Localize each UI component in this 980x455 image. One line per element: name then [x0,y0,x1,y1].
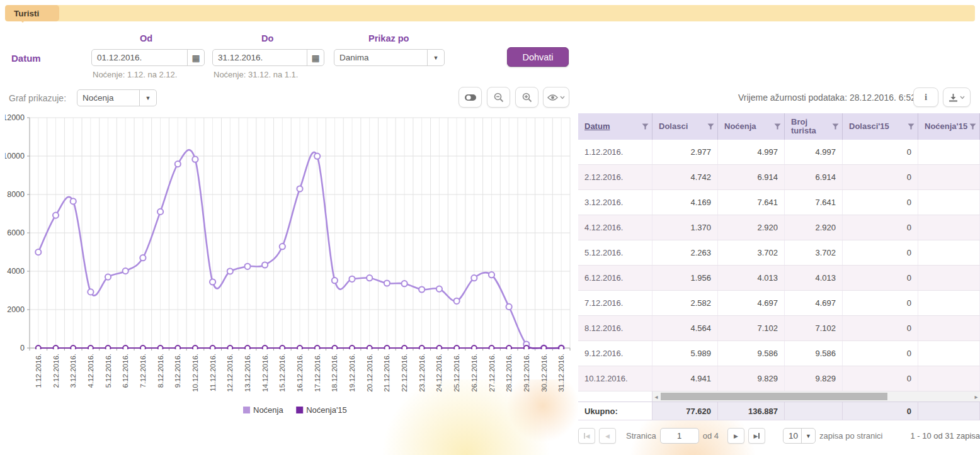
filter-icon[interactable] [707,123,714,130]
last-page-button[interactable]: ▶ [748,428,765,444]
data-point[interactable] [36,345,41,351]
data-point[interactable] [332,278,338,283]
tab-turisti[interactable]: Turisti [5,5,59,21]
data-point[interactable] [542,345,547,351]
data-point[interactable] [559,345,564,351]
series-visibility-button[interactable] [543,87,569,108]
data-point[interactable] [454,298,460,304]
table-row[interactable]: 5.12.2016.2.2633.7023.7020 [578,240,980,266]
dohvati-button[interactable]: Dohvati [507,47,569,67]
data-point[interactable] [263,345,268,351]
page-size-select[interactable]: 10 ▼ [783,428,816,444]
data-point[interactable] [524,345,529,351]
data-point[interactable] [350,345,355,351]
data-point[interactable] [384,345,389,351]
data-point[interactable] [454,345,459,351]
legend-item[interactable]: Noćenja [243,405,283,415]
data-point[interactable] [54,345,59,351]
scrollbar-track[interactable]: ◂ ▸ [652,391,980,402]
data-point[interactable] [175,161,181,167]
data-point[interactable] [280,345,285,351]
data-point[interactable] [157,209,163,215]
data-point[interactable] [192,157,198,162]
data-point[interactable] [262,262,268,267]
export-button[interactable] [943,87,971,107]
table-row[interactable]: 2.12.2016.4.7426.9146.9140 [578,165,980,190]
next-page-button[interactable]: ▶ [727,428,744,444]
data-point[interactable] [419,286,424,292]
data-point[interactable] [384,280,390,286]
data-point[interactable] [472,345,477,351]
data-point[interactable] [506,304,512,310]
data-point[interactable] [105,274,111,280]
data-point[interactable] [71,198,76,204]
data-point[interactable] [402,281,407,286]
scroll-left-icon[interactable]: ◂ [652,391,660,402]
table-row[interactable]: 10.12.2016.4.9419.8299.8290 [578,366,980,391]
first-page-button[interactable]: ◀ [578,428,595,444]
column-header-1[interactable]: Dolasci [652,113,718,140]
data-point[interactable] [314,154,320,159]
data-point[interactable] [419,345,424,351]
table-row[interactable]: 9.12.2016.5.9899.5869.5860 [578,341,980,366]
column-header-2[interactable]: Noćenja [718,113,785,140]
data-point[interactable] [88,345,93,351]
data-point[interactable] [489,345,494,351]
filter-icon[interactable] [969,123,976,130]
calendar-icon[interactable]: ▦ [187,50,204,65]
data-point[interactable] [436,345,442,351]
column-header-4[interactable]: Dolasci'15 [843,113,918,140]
data-point[interactable] [123,345,128,351]
date-to-input[interactable] [213,53,307,62]
graf-prikazuje-select[interactable]: Noćenja ▼ [77,89,157,106]
data-point[interactable] [297,345,302,351]
filter-icon[interactable] [774,123,781,130]
column-header-0[interactable]: Datum [578,113,652,140]
data-point[interactable] [367,275,372,281]
data-point[interactable] [436,286,442,292]
chart-toggle-button[interactable] [459,87,482,108]
table-row[interactable]: 3.12.2016.4.1697.6417.6410 [578,190,980,215]
table-row[interactable]: 6.12.2016.1.9564.0134.0130 [578,266,980,291]
data-point[interactable] [315,345,320,351]
data-point[interactable] [227,345,232,351]
data-point[interactable] [367,345,372,351]
data-point[interactable] [280,244,285,249]
table-row[interactable]: 7.12.2016.2.5824.6974.6970 [578,291,980,316]
data-point[interactable] [210,279,215,284]
data-point[interactable] [245,345,250,351]
page-number-input[interactable] [660,428,699,444]
data-point[interactable] [402,345,407,351]
data-point[interactable] [506,345,511,351]
data-point[interactable] [210,345,215,351]
data-point[interactable] [227,268,233,274]
date-from-input[interactable] [92,53,187,62]
data-point[interactable] [158,345,163,351]
data-point[interactable] [175,345,180,351]
legend-item[interactable]: Noćenja'15 [296,405,347,415]
data-point[interactable] [53,213,59,218]
table-row[interactable]: 4.12.2016.1.3702.9202.9200 [578,215,980,240]
filter-icon[interactable] [642,123,649,130]
data-point[interactable] [244,264,250,269]
data-point[interactable] [88,289,93,295]
data-point[interactable] [489,272,494,278]
data-point[interactable] [106,345,111,351]
info-button[interactable]: i [913,87,938,107]
table-row[interactable]: 8.12.2016.4.5647.1027.1020 [578,316,980,341]
prev-page-button[interactable]: ◀ [599,428,616,444]
zoom-in-button[interactable] [515,87,538,108]
column-header-5[interactable]: Noćenja'15 [918,113,980,140]
data-point[interactable] [140,345,145,351]
data-point[interactable] [349,276,355,282]
data-point[interactable] [332,345,337,351]
scroll-right-icon[interactable]: ▸ [972,391,980,402]
data-point[interactable] [297,186,302,191]
data-point[interactable] [123,268,128,274]
prikaz-po-select[interactable]: Danima ▼ [334,49,445,66]
column-header-3[interactable]: Broj turista [785,113,843,140]
data-point[interactable] [193,345,198,351]
data-point[interactable] [471,275,477,281]
scrollbar-thumb[interactable] [661,393,887,400]
data-point[interactable] [140,255,145,261]
